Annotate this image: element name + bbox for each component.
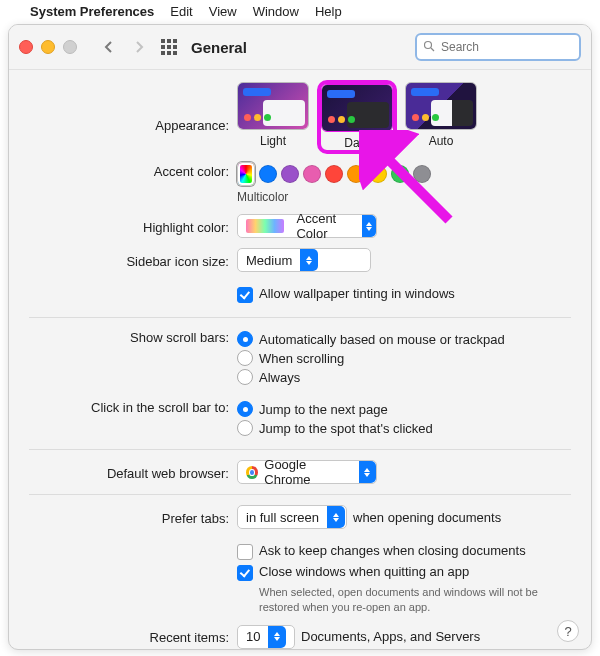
- highlight-label: Highlight color:: [29, 218, 237, 235]
- accent-swatch-8[interactable]: [413, 165, 431, 183]
- radio-icon: [237, 369, 253, 385]
- close-windows-note: When selected, open documents and window…: [259, 585, 571, 615]
- accent-swatch-5[interactable]: [347, 165, 365, 183]
- ask-keep-changes-label: Ask to keep changes when closing documen…: [259, 543, 526, 558]
- zoom-window-button: [63, 40, 77, 54]
- accent-color-picker: [237, 162, 571, 186]
- accent-label: Accent color:: [29, 162, 237, 179]
- chevron-updown-icon: [362, 215, 376, 237]
- prefer-tabs-label: Prefer tabs:: [29, 509, 237, 526]
- search-input[interactable]: [439, 39, 573, 55]
- system-menubar: System Preferences Edit View Window Help: [0, 0, 600, 22]
- sidebar-size-label: Sidebar icon size:: [29, 252, 237, 269]
- preferences-window: General Appearance: Light: [8, 24, 592, 650]
- close-windows-label: Close windows when quitting an app: [259, 564, 469, 579]
- radio-icon: [237, 350, 253, 366]
- thumbnail-auto: [405, 82, 477, 130]
- grid-icon: [161, 39, 177, 55]
- close-windows-checkbox[interactable]: Close windows when quitting an app: [237, 564, 571, 581]
- recent-items-suffix: Documents, Apps, and Servers: [301, 629, 480, 644]
- recent-items-value: 10: [238, 629, 268, 644]
- chevron-updown-icon: [268, 626, 286, 648]
- highlight-color-select[interactable]: Accent Color: [237, 214, 377, 238]
- checkbox-icon: [237, 287, 253, 303]
- search-field[interactable]: [415, 33, 581, 61]
- help-button[interactable]: ?: [557, 620, 579, 642]
- checkbox-icon: [237, 565, 253, 581]
- default-browser-label: Default web browser:: [29, 464, 237, 481]
- svg-line-1: [431, 48, 434, 51]
- menubar-item-edit[interactable]: Edit: [170, 4, 192, 19]
- menubar-item-window[interactable]: Window: [253, 4, 299, 19]
- prefer-tabs-suffix: when opening documents: [353, 510, 501, 525]
- checkbox-icon: [237, 544, 253, 560]
- svg-point-0: [425, 41, 432, 48]
- default-browser-value: Google Chrome: [264, 457, 351, 487]
- wallpaper-tint-label: Allow wallpaper tinting in windows: [259, 286, 455, 301]
- accent-swatch-0[interactable]: [237, 162, 255, 186]
- window-title: General: [191, 39, 247, 56]
- appearance-dark[interactable]: Dark: [319, 82, 395, 152]
- highlight-swatch: [246, 219, 284, 233]
- wallpaper-tint-checkbox[interactable]: Allow wallpaper tinting in windows: [237, 286, 571, 303]
- minimize-window-button[interactable]: [41, 40, 55, 54]
- highlight-value: Accent Color: [296, 211, 353, 241]
- window-controls: [19, 40, 77, 54]
- divider: [29, 449, 571, 450]
- prefer-tabs-select[interactable]: in full screen: [237, 505, 347, 529]
- general-pane: Appearance: Light Dark Auto: [9, 70, 591, 650]
- recent-items-label: Recent items:: [29, 628, 237, 645]
- search-icon: [423, 40, 435, 55]
- sidebar-size-value: Medium: [238, 253, 300, 268]
- radio-icon: [237, 401, 253, 417]
- accent-swatch-2[interactable]: [281, 165, 299, 183]
- app-name[interactable]: System Preferences: [30, 4, 154, 19]
- show-all-button[interactable]: [159, 37, 179, 57]
- forward-button[interactable]: [129, 37, 149, 57]
- scrollbar-auto-radio[interactable]: Automatically based on mouse or trackpad: [237, 331, 571, 347]
- scrollbar-scrolling-radio[interactable]: When scrolling: [237, 350, 571, 366]
- appearance-dark-label: Dark: [344, 136, 369, 150]
- menubar-item-help[interactable]: Help: [315, 4, 342, 19]
- appearance-light-label: Light: [260, 134, 286, 148]
- appearance-auto[interactable]: Auto: [405, 82, 477, 148]
- default-browser-select[interactable]: Google Chrome: [237, 460, 377, 484]
- accent-swatch-4[interactable]: [325, 165, 343, 183]
- window-titlebar: General: [9, 25, 591, 70]
- menubar-item-view[interactable]: View: [209, 4, 237, 19]
- accent-swatch-7[interactable]: [391, 165, 409, 183]
- click-scroll-spot-radio[interactable]: Jump to the spot that's clicked: [237, 420, 571, 436]
- chrome-icon: [246, 466, 258, 479]
- radio-icon: [237, 331, 253, 347]
- thumbnail-light: [237, 82, 309, 130]
- accent-swatch-1[interactable]: [259, 165, 277, 183]
- chevron-updown-icon: [359, 461, 376, 483]
- appearance-label: Appearance:: [29, 82, 237, 133]
- divider: [29, 494, 571, 495]
- accent-selected-label: Multicolor: [237, 190, 571, 204]
- recent-items-select[interactable]: 10: [237, 625, 295, 649]
- divider: [29, 317, 571, 318]
- scrollbar-always-radio[interactable]: Always: [237, 369, 571, 385]
- appearance-light[interactable]: Light: [237, 82, 309, 148]
- click-scroll-label: Click in the scroll bar to:: [29, 398, 237, 415]
- prefer-tabs-value: in full screen: [238, 510, 327, 525]
- ask-keep-changes-checkbox[interactable]: Ask to keep changes when closing documen…: [237, 543, 571, 560]
- radio-icon: [237, 420, 253, 436]
- close-window-button[interactable]: [19, 40, 33, 54]
- back-button[interactable]: [99, 37, 119, 57]
- appearance-auto-label: Auto: [429, 134, 454, 148]
- accent-swatch-6[interactable]: [369, 165, 387, 183]
- sidebar-size-select[interactable]: Medium: [237, 248, 371, 272]
- scrollbars-label: Show scroll bars:: [29, 328, 237, 345]
- chevron-updown-icon: [327, 506, 345, 528]
- chevron-updown-icon: [300, 249, 318, 271]
- thumbnail-dark: [321, 84, 393, 132]
- accent-swatch-3[interactable]: [303, 165, 321, 183]
- click-scroll-page-radio[interactable]: Jump to the next page: [237, 401, 571, 417]
